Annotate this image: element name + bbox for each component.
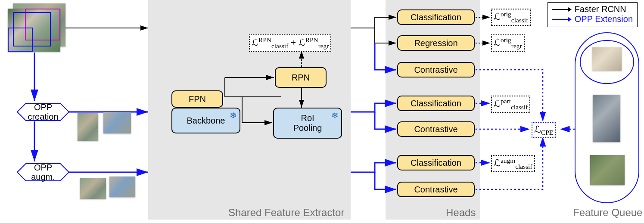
legend-faster-rcnn-label: Faster RCNN [575,4,626,14]
queue-thumb-1 [592,47,622,71]
loss-rpn: ℒRPNclassif + ℒRPNregr [249,34,331,52]
head-classification-part: Classification [397,96,475,111]
snowflake-icon: ❄ [331,110,339,121]
head-classification-augm: Classification [397,155,475,170]
opp-thumb-3 [80,178,106,199]
head-regression-orig: Regression [397,35,475,51]
opp-augm-node: OPP augm. [17,163,69,182]
head-contrastive-part: Contrastive [397,121,475,137]
loss-part-classif: ℒpartclassif [491,96,530,113]
loss-cpe: ℒCPE [532,122,556,138]
legend-row-faster-rcnn: Faster RCNN [552,4,633,14]
legend: Faster RCNN OPP Extension [548,2,638,27]
legend-row-opp-extension: OPP Extension [552,14,633,24]
backbone-box: Backbone ❄ [171,108,240,133]
loss-orig-regr: ℒorigregr [491,34,525,52]
opp-thumb-4 [109,177,135,197]
rpn-box: RPN [275,67,327,88]
queue-thumb-2 [593,95,620,142]
head-classification-orig: Classification [397,9,475,25]
backbone-label: Backbone [187,116,225,126]
legend-opp-extension-label: OPP Extension [575,14,633,24]
opp-creation-node: OPP creation [17,102,69,121]
snowflake-icon: ❄ [230,110,237,121]
roi-pooling-box: RoI Pooling ❄ [273,108,342,139]
opp-thumb-2 [103,112,131,133]
head-contrastive-augm: Contrastive [397,182,475,197]
head-contrastive-orig: Contrastive [397,62,475,77]
loss-orig-classif: ℒorigclassif [491,9,531,26]
opp-thumb-1 [78,113,98,141]
fpn-box: FPN [171,90,223,108]
loss-augm-classif: ℒaugmclassif [491,155,535,172]
roi-pooling-label: RoI Pooling [293,113,322,133]
queue-thumb-3 [590,155,625,185]
